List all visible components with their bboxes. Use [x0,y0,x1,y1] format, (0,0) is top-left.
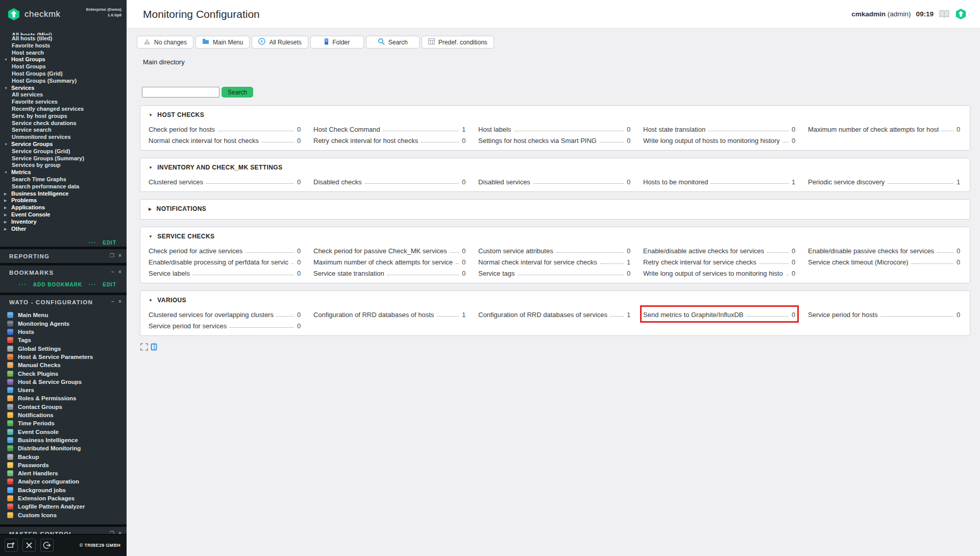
ruleset-link[interactable]: Service state translation [313,270,384,278]
wato-item[interactable]: Event Console [0,427,127,436]
ruleset-link[interactable]: Host state translation [643,126,705,134]
ruleset-link[interactable]: Normal check interval for service checks [478,258,597,267]
sidebar-view-item[interactable]: ▶Applications [0,204,127,211]
wato-item[interactable]: Background jobs [0,486,127,494]
ruleset-link[interactable]: Configuration of RRD databases of servic… [478,311,607,320]
sidebar-view-item[interactable]: Service Groups (Summary) [0,155,127,162]
sidebar-view-item[interactable]: Favorite hosts [0,42,127,50]
no-changes-button[interactable]: No changes [137,36,193,49]
wato-item[interactable]: Hosts [0,328,127,336]
sidebar-view-item[interactable]: Recently changed services [0,106,127,113]
wato-item[interactable]: Extension Packages [0,494,127,502]
wato-item[interactable]: Tags [0,336,127,344]
wato-item[interactable]: Passwords [0,461,127,469]
sidebar-view-item[interactable]: Host Groups [0,63,127,70]
sidebar-view-item[interactable]: Service search [0,127,127,134]
ruleset-link[interactable]: Retry check interval for host checks [313,137,418,146]
sidebar-view-item[interactable]: ▼Services [0,85,127,92]
sidebar-view-item[interactable]: ▶Other [0,226,127,233]
search-input[interactable] [142,87,219,98]
more-options-icon[interactable]: ··· [19,282,27,287]
ruleset-link[interactable]: Check period for hosts [149,126,215,134]
logout-button[interactable] [40,539,54,552]
ruleset-link[interactable]: Check period for active services [149,247,242,256]
ruleset-link[interactable]: Service period for services [149,322,227,331]
more-options-icon[interactable]: ··· [88,240,96,246]
wato-item[interactable]: Distributed Monitoring [0,444,127,452]
ruleset-link[interactable]: Enable/disable processing of perfdata fo… [149,258,288,267]
sidebar-view-item[interactable]: ▼Host Groups [0,56,127,63]
wato-item[interactable]: Manual Checks [0,361,127,369]
ruleset-link[interactable]: Service check timeout (Microcore) [808,258,909,267]
ruleset-group-header[interactable]: ▼HOST CHECKS [148,109,962,122]
wato-item[interactable]: Backup [0,452,127,461]
close-icon[interactable]: × [118,299,122,305]
ruleset-link[interactable]: Periodic service discovery [808,178,885,187]
ruleset-link[interactable]: Enable/disable active checks for service… [643,247,764,256]
close-icon[interactable]: × [118,253,122,259]
checkmk-home-icon[interactable] [955,8,967,20]
ruleset-link[interactable]: Send metrics to Graphite/InfluxDB [643,311,744,320]
columns-icon[interactable] [151,343,157,351]
tools-button[interactable] [22,539,36,552]
wato-item[interactable]: Host & Service Groups [0,378,127,386]
book-icon[interactable] [939,10,950,18]
ruleset-link[interactable]: Host labels [478,126,511,134]
ruleset-link[interactable]: Enable/disable passive checks for servic… [808,247,934,256]
ruleset-link[interactable]: Maximum number of check attempts for hos… [808,126,939,134]
wato-item[interactable]: Roles & Permissions [0,394,127,402]
wato-item[interactable]: Contact Groups [0,403,127,411]
more-options-icon[interactable]: ··· [88,282,96,287]
ruleset-link[interactable]: Clustered services for overlapping clust… [149,311,274,320]
sidebar-view-item[interactable]: Favorite services [0,99,127,106]
wato-item[interactable]: Notifications [0,411,127,419]
wato-item[interactable]: Business Intelligence [0,436,127,444]
wato-item[interactable]: Monitoring Agents [0,320,127,328]
sidebar-view-item[interactable]: Services by group [0,162,127,169]
ruleset-link[interactable]: Host Check Command [313,126,380,134]
minimize-icon[interactable]: − [111,269,115,275]
sidebar-view-item[interactable]: Host Groups (Summary) [0,78,127,85]
sidebar-view-item[interactable]: All services [0,91,127,99]
sidebar-view-item[interactable]: ▶Inventory [0,219,127,226]
add-snapin-button[interactable] [5,539,18,552]
ruleset-group-header[interactable]: ▼INVENTORY AND CHECK_MK SETTINGS [148,161,962,175]
sidebar-view-item[interactable]: Host search [0,50,127,57]
ruleset-link[interactable]: Check period for passive Check_MK servic… [313,247,447,256]
ruleset-group-header[interactable]: ▼SERVICE CHECKS [148,230,962,244]
ruleset-link[interactable]: Disabled services [478,178,530,187]
main-menu-button[interactable]: Main Menu [195,36,250,49]
sidebar-view-item[interactable]: Host Groups (Grid) [0,70,127,78]
sidebar-view-item[interactable]: All hosts (Mini) [0,32,127,35]
maximize-icon[interactable]: ❐ [110,253,115,259]
ruleset-link[interactable]: Clustered services [149,178,203,187]
wato-item[interactable]: Host & Service Parameters [0,353,127,361]
sidebar-view-item[interactable]: Service Groups (Grid) [0,148,127,155]
wato-item[interactable]: Custom Icons [0,511,127,519]
views-edit-link[interactable]: EDIT [103,240,116,246]
ruleset-link[interactable]: Hosts to be monitored [643,178,708,187]
sidebar-view-item[interactable]: ▼Metrics [0,169,127,176]
sidebar-view-item[interactable]: Unmonitored services [0,134,127,141]
sidebar-view-item[interactable]: Search performance data [0,183,127,190]
bookmarks-edit-link[interactable]: EDIT [103,282,116,287]
wato-item[interactable]: Analyze configuration [0,477,127,486]
ruleset-link[interactable]: Configuration of RRD databases of hosts [313,311,434,320]
add-bookmark-link[interactable]: ADD BOOKMARK [33,282,82,287]
fullscreen-icon[interactable] [140,343,148,351]
wato-item[interactable]: Logfile Pattern Analyzer [0,502,127,511]
sidebar-view-item[interactable]: Service check durations [0,120,127,127]
ruleset-group-header[interactable]: ▶NOTIFICATIONS [148,203,962,216]
ruleset-link[interactable]: Service tags [478,270,515,278]
ruleset-link[interactable]: Service period for hosts [808,311,878,320]
sidebar-view-item[interactable]: ▶Event Console [0,211,127,219]
ruleset-link[interactable]: Maximum number of check attempts for ser… [313,258,453,267]
ruleset-link[interactable]: Write long output of hosts to monitoring… [643,137,780,146]
ruleset-link[interactable]: Settings for host checks via Smart PING [478,137,597,146]
wato-item[interactable]: Check Plugins [0,369,127,377]
close-icon[interactable]: × [118,269,122,275]
predef-conditions-button[interactable]: Predef. conditions [422,36,494,49]
sidebar-view-item[interactable]: ▶Problems [0,197,127,204]
search-button[interactable]: Search [366,36,420,49]
wato-item[interactable]: Global Settings [0,345,127,353]
